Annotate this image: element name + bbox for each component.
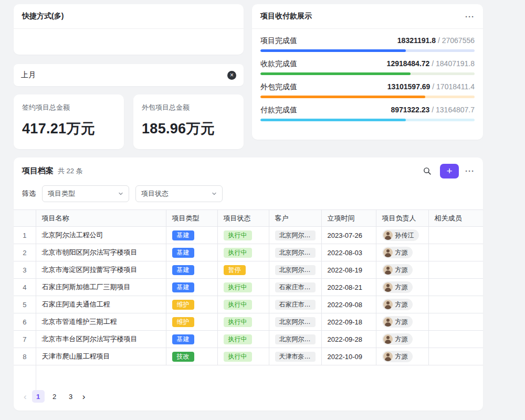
clear-filter-icon[interactable]: ×	[227, 71, 236, 80]
column-header[interactable]: 客户	[269, 210, 321, 227]
pay-bar-track	[260, 96, 475, 98]
prev-page-icon[interactable]: ‹	[22, 392, 28, 401]
table-row[interactable]: 5 石家庄阿道夫通信工程 维护 执行中 石家庄市A县 2022-09-08 方源	[14, 296, 483, 313]
table-row[interactable]: 2 北京市朝阳区阿尔法写字楼项目 基建 执行中 北京阿尔法... 2022-08…	[14, 244, 483, 261]
cell-owner[interactable]: 方源	[376, 348, 428, 365]
cell-project-type[interactable]: 维护	[166, 296, 217, 313]
cell-project-name[interactable]: 北京市朝阳区阿尔法写字楼项目	[36, 244, 166, 261]
cell-project-type[interactable]: 基建	[166, 227, 217, 244]
cell-project-status[interactable]: 执行中	[217, 348, 269, 365]
cell-owner[interactable]: 方源	[376, 244, 428, 261]
cell-members[interactable]	[428, 331, 483, 348]
project-type-tag: 基建	[172, 248, 194, 258]
page-button[interactable]: 1	[32, 390, 45, 403]
cell-members[interactable]	[428, 313, 483, 331]
cell-project-type[interactable]: 基建	[166, 331, 217, 348]
cell-owner[interactable]: 孙传江	[376, 227, 428, 244]
cell-members[interactable]	[428, 227, 483, 244]
cell-members[interactable]	[428, 279, 483, 296]
cell-project-name[interactable]: 北京市管道维护三期工程	[36, 313, 166, 331]
table-row[interactable]: 1 北京阿尔法工程公司 基建 执行中 北京阿尔法... 2023-07-26 孙…	[14, 227, 483, 244]
row-index[interactable]: 5	[14, 296, 36, 313]
cell-owner[interactable]: 方源	[376, 279, 428, 296]
cell-customer[interactable]: 北京阿尔法...	[269, 331, 321, 348]
cell-owner[interactable]: 方源	[376, 313, 428, 331]
cell-members[interactable]	[428, 296, 483, 313]
cell-members[interactable]	[428, 244, 483, 261]
cell-customer[interactable]: 天津市奈文...	[269, 348, 321, 365]
cell-start-date[interactable]: 2022-09-08	[321, 296, 376, 313]
cell-project-status[interactable]: 暂停	[217, 261, 269, 279]
cell-project-type[interactable]: 基建	[166, 261, 217, 279]
cell-project-name[interactable]: 北京市丰台区阿尔法写字楼项目	[36, 331, 166, 348]
cell-project-type[interactable]: 技改	[166, 348, 217, 365]
cell-members[interactable]	[428, 261, 483, 279]
cell-start-date[interactable]: 2022-09-28	[321, 331, 376, 348]
cell-project-status[interactable]: 执行中	[217, 244, 269, 261]
cell-start-date[interactable]: 2022-08-03	[321, 244, 376, 261]
project-type-filter-value: 项目类型	[48, 189, 75, 198]
column-header[interactable]: 项目状态	[217, 210, 269, 227]
project-status-filter[interactable]: 项目状态	[135, 185, 223, 202]
cell-customer[interactable]: 北京阿尔法...	[269, 227, 321, 244]
pagination: ‹ 1 2 3 ›	[14, 390, 483, 403]
projects-card: 项目档案 共 22 条 + ··· 筛选 项目类型 项目状态	[14, 158, 483, 411]
page-button[interactable]: 2	[48, 390, 61, 403]
cell-customer[interactable]: 北京阿尔法...	[269, 261, 321, 279]
cell-project-status[interactable]: 执行中	[217, 279, 269, 296]
cell-project-status[interactable]: 执行中	[217, 313, 269, 331]
projects-menu-icon[interactable]: ···	[465, 166, 475, 175]
cell-project-status[interactable]: 执行中	[217, 296, 269, 313]
add-record-button[interactable]: +	[440, 164, 459, 178]
column-header[interactable]: 项目负责人	[376, 210, 428, 227]
cell-project-status[interactable]: 执行中	[217, 331, 269, 348]
page-button[interactable]: 3	[65, 390, 77, 403]
cell-project-type[interactable]: 维护	[166, 313, 217, 331]
cell-project-name[interactable]: 石家庄阿斯加德工厂三期项目	[36, 279, 166, 296]
cell-project-status[interactable]: 执行中	[217, 227, 269, 244]
row-index[interactable]: 6	[14, 313, 36, 331]
table-row[interactable]: 3 北京市海淀区阿拉蕾写字楼项目 基建 暂停 北京阿尔法... 2022-08-…	[14, 261, 483, 279]
column-header[interactable]: 相关成员	[428, 210, 483, 227]
column-header[interactable]: 立项时间	[321, 210, 376, 227]
quick-filter[interactable]: 上月 ×	[14, 64, 244, 86]
search-icon[interactable]	[420, 164, 434, 178]
cell-start-date[interactable]: 2022-08-19	[321, 261, 376, 279]
cell-customer[interactable]: 北京阿尔法...	[269, 313, 321, 331]
row-index[interactable]: 3	[14, 261, 36, 279]
column-header[interactable]: 项目类型	[166, 210, 217, 227]
row-index[interactable]: 7	[14, 331, 36, 348]
row-index[interactable]: 8	[14, 348, 36, 365]
owner-chip: 方源	[382, 316, 413, 328]
cell-start-date[interactable]: 2022-08-21	[321, 279, 376, 296]
cell-project-name[interactable]: 北京阿尔法工程公司	[36, 227, 166, 244]
cell-start-date[interactable]: 2023-07-26	[321, 227, 376, 244]
row-index[interactable]: 1	[14, 227, 36, 244]
cell-project-type[interactable]: 基建	[166, 279, 217, 296]
payments-menu-icon[interactable]: ···	[465, 12, 475, 21]
row-index[interactable]: 4	[14, 279, 36, 296]
cell-start-date[interactable]: 2022-10-09	[321, 348, 376, 365]
cell-customer[interactable]: 石家庄市A县	[269, 296, 321, 313]
page-buttons: 1 2 3	[32, 390, 77, 403]
next-page-icon[interactable]: ›	[81, 392, 87, 401]
cell-owner[interactable]: 方源	[376, 331, 428, 348]
cell-customer[interactable]: 石家庄市A县	[269, 279, 321, 296]
project-type-filter[interactable]: 项目类型	[42, 185, 129, 202]
cell-customer[interactable]: 北京阿尔法...	[269, 244, 321, 261]
cell-start-date[interactable]: 2022-09-18	[321, 313, 376, 331]
table-row[interactable]: 8 天津市爬山服工程项目 技改 执行中 天津市奈文... 2022-10-09 …	[14, 348, 483, 365]
cell-project-name[interactable]: 北京市海淀区阿拉蕾写字楼项目	[36, 261, 166, 279]
cell-owner[interactable]: 方源	[376, 296, 428, 313]
cell-project-type[interactable]: 基建	[166, 244, 217, 261]
cell-project-name[interactable]: 天津市爬山服工程项目	[36, 348, 166, 365]
table-row[interactable]: 6 北京市管道维护三期工程 维护 执行中 北京阿尔法... 2022-09-18…	[14, 313, 483, 331]
cell-members[interactable]	[428, 348, 483, 365]
column-header[interactable]: 项目名称	[36, 210, 166, 227]
cell-project-name[interactable]: 石家庄阿道夫通信工程	[36, 296, 166, 313]
project-status-tag: 执行中	[224, 230, 252, 240]
table-row[interactable]: 7 北京市丰台区阿尔法写字楼项目 基建 执行中 北京阿尔法... 2022-09…	[14, 331, 483, 348]
row-index[interactable]: 2	[14, 244, 36, 261]
cell-owner[interactable]: 方源	[376, 261, 428, 279]
table-row[interactable]: 4 石家庄阿斯加德工厂三期项目 基建 执行中 石家庄市A县 2022-08-21…	[14, 279, 483, 296]
